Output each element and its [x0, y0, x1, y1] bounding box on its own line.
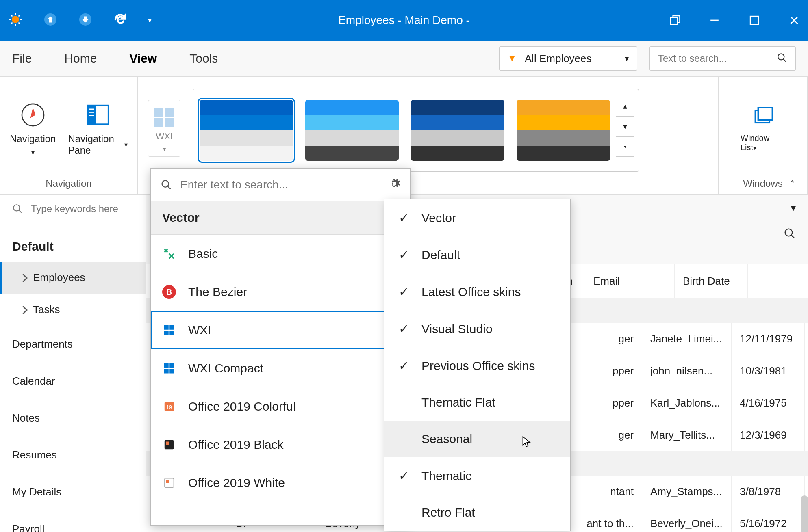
palette-yellow[interactable] [517, 100, 610, 161]
tree-root-default[interactable]: Default [0, 223, 146, 262]
ribbon-collapse-icon[interactable]: ⌃ [788, 179, 796, 189]
sidebar-search[interactable] [0, 195, 146, 223]
navigation-pane-button[interactable]: Navigation Pane▾ [68, 101, 128, 156]
chevron-down-icon: ▾ [625, 54, 629, 63]
svg-rect-19 [164, 331, 169, 335]
close-icon[interactable] [788, 15, 800, 26]
palette-dark-blue[interactable] [411, 100, 504, 161]
tab-tools[interactable]: Tools [189, 48, 218, 69]
skin-item-wxi[interactable]: WXI [151, 311, 410, 349]
skin-category-popup: ✓Vector ✓Default ✓Latest Office skins ✓V… [384, 199, 571, 531]
svg-point-5 [778, 54, 784, 60]
window-title: Employees - Main Demo - [338, 14, 470, 27]
chevron-down-icon: ▾ [31, 149, 35, 156]
windows-icon [752, 105, 774, 130]
search-icon [12, 203, 23, 214]
cat-opt-thematic-flat[interactable]: Thematic Flat [384, 384, 570, 421]
svg-rect-30 [166, 480, 169, 483]
global-search[interactable] [649, 46, 796, 71]
global-search-input[interactable] [658, 53, 764, 64]
svg-text:19: 19 [166, 404, 172, 410]
tree-item-my-details[interactable]: My Details [0, 474, 146, 510]
tree-item-calendar[interactable]: Calendar [0, 363, 146, 400]
svg-rect-24 [169, 369, 174, 373]
qat-chevron-icon[interactable]: ▾ [148, 16, 152, 25]
filter-label: All Employees [525, 52, 592, 65]
skin-search-input[interactable] [180, 178, 380, 191]
skin-item-basic[interactable]: Basic [151, 235, 410, 273]
skin-item-bezier[interactable]: B The Bezier [151, 273, 410, 311]
restore-window-icon[interactable] [669, 15, 680, 26]
content-collapse-icon[interactable]: ▾ [791, 202, 796, 214]
tab-view[interactable]: View [129, 48, 157, 69]
cat-opt-retro-flat[interactable]: Retro Flat [384, 494, 570, 531]
col-birth-date[interactable]: Birth Date [675, 264, 748, 298]
skin-item-office-2019-white[interactable]: Office 2019 White [151, 464, 410, 502]
maximize-icon[interactable] [749, 15, 760, 26]
svg-rect-10 [89, 112, 94, 113]
svg-rect-3 [671, 17, 678, 24]
up-arrow-icon[interactable] [43, 12, 58, 29]
skin-item-office-2019-black[interactable]: Office 2019 Black [151, 426, 410, 464]
svg-rect-20 [169, 331, 174, 335]
svg-point-15 [785, 229, 793, 236]
window-list-button[interactable]: Window List▾ [728, 101, 797, 156]
cat-opt-latest-office[interactable]: ✓Latest Office skins [384, 273, 570, 310]
minimize-icon[interactable] [709, 15, 720, 26]
cat-opt-seasonal[interactable]: Seasonal [384, 421, 570, 457]
cat-opt-default[interactable]: ✓Default [384, 236, 570, 273]
cat-opt-thematic[interactable]: ✓Thematic [384, 457, 570, 494]
cat-opt-vector[interactable]: ✓Vector [384, 199, 570, 236]
titlebar: ▾ Employees - Main Demo - [0, 0, 808, 41]
col-email[interactable]: Email [585, 264, 675, 298]
chevron-right-icon [20, 303, 26, 316]
gear-icon[interactable] [388, 177, 400, 192]
compass-icon [19, 101, 47, 129]
tree-item-resumes[interactable]: Resumes [0, 437, 146, 474]
svg-point-16 [162, 180, 169, 187]
cat-opt-previous-office[interactable]: ✓Previous Office skins [384, 347, 570, 384]
svg-rect-9 [89, 109, 94, 110]
app-gear-icon[interactable] [8, 12, 23, 29]
gallery-expand[interactable]: ▾ [616, 136, 634, 157]
search-icon[interactable] [777, 52, 787, 65]
refresh-icon[interactable] [113, 12, 128, 29]
chevron-down-icon: ▾ [163, 146, 166, 152]
skin-item-office-2019-colorful[interactable]: 19 Office 2019 Colorful [151, 387, 410, 426]
vertical-scrollbar[interactable] [801, 495, 808, 532]
wxi-preset-button[interactable]: WXI ▾ [148, 100, 180, 157]
svg-rect-21 [164, 363, 169, 368]
skin-category-vector: Vector [151, 201, 410, 235]
chevron-right-icon [20, 271, 26, 284]
tree-item-notes[interactable]: Notes [0, 400, 146, 437]
tree-item-tasks[interactable]: Tasks [0, 294, 146, 326]
cat-opt-visual-studio[interactable]: ✓Visual Studio [384, 310, 570, 347]
sidebar-search-input[interactable] [31, 203, 128, 214]
basic-skin-icon [162, 247, 176, 261]
filter-combo[interactable]: ▼ All Employees ▾ [499, 46, 637, 71]
tab-file[interactable]: File [12, 48, 32, 69]
grid-search-icon[interactable] [784, 227, 796, 242]
tree-item-departments[interactable]: Departments [0, 326, 146, 363]
search-icon [161, 179, 172, 190]
navigation-button[interactable]: Navigation ▾ [10, 101, 56, 156]
style-gallery: ▴ ▾ ▾ [193, 89, 639, 172]
svg-rect-17 [164, 325, 169, 330]
skin-list-popup: Vector Basic B The Bezier WXI WXI Compac… [150, 168, 411, 526]
svg-rect-18 [169, 325, 174, 330]
bezier-skin-icon: B [162, 285, 176, 299]
gallery-scroll-down[interactable]: ▾ [616, 116, 634, 136]
gallery-scroll-up[interactable]: ▴ [616, 96, 634, 116]
tree-item-employees[interactable]: Employees [0, 262, 146, 294]
palette-light-blue[interactable] [305, 100, 399, 161]
wxi-skin-icon [162, 323, 176, 337]
palette-blue[interactable] [200, 100, 293, 161]
skin-item-wxi-compact[interactable]: WXI Compact [151, 349, 410, 387]
down-arrow-icon[interactable] [78, 12, 93, 29]
svg-rect-28 [166, 442, 169, 445]
ribbon-group-navigation-label: Navigation [0, 175, 137, 194]
office-black-icon [162, 438, 176, 452]
menubar: File Home View Tools ▼ All Employees ▾ [0, 41, 808, 77]
tree-item-payroll[interactable]: Payroll [0, 510, 146, 532]
tab-home[interactable]: Home [64, 48, 97, 69]
